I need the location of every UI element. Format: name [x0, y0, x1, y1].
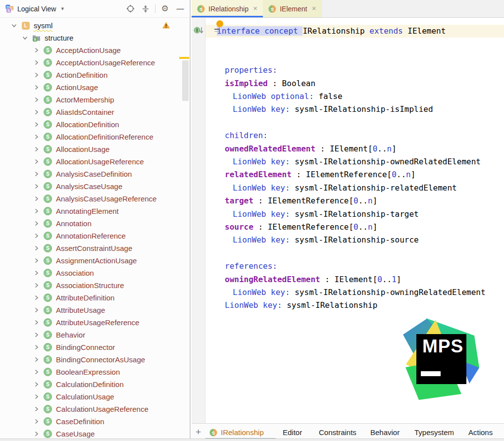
code-line[interactable]: target : IElementReference[0..n]	[225, 195, 377, 207]
chevron-right-icon[interactable]	[34, 134, 39, 140]
tree-row-structure[interactable]: Sstructure	[0, 32, 190, 44]
tree-row[interactable]: SBindingConnectorAsUsage	[0, 353, 190, 366]
code-line[interactable]: interface concept IRelationship extends …	[217, 25, 446, 38]
code-line[interactable]: LionWeb key: sysml-IRelationship-related…	[233, 182, 457, 195]
code-line[interactable]: LionWeb optional: false	[233, 90, 343, 103]
chevron-right-icon[interactable]	[34, 419, 39, 424]
tree-row[interactable]: SBooleanExpression	[0, 366, 190, 378]
chevron-right-icon[interactable]	[34, 394, 39, 399]
tree-row[interactable]: SAnnotationReference	[0, 230, 190, 242]
chevron-right-icon[interactable]	[34, 233, 39, 239]
tree-row[interactable]: SBehavior	[0, 329, 190, 341]
code-line[interactable]: LionWeb key: sysml-IRelationship-owningR…	[233, 286, 486, 299]
tree-row[interactable]: SAttributeUsage	[0, 304, 190, 316]
chevron-right-icon[interactable]	[34, 85, 39, 90]
chevron-right-icon[interactable]	[34, 221, 39, 226]
tree-row[interactable]: SCaseUsage	[0, 428, 190, 439]
tree-row[interactable]: SAliasIdsContainer	[0, 106, 190, 118]
chevron-right-icon[interactable]	[34, 196, 39, 201]
tree-row[interactable]: SCalculationDefinition	[0, 378, 190, 391]
chevron-right-icon[interactable]	[34, 332, 39, 338]
tree-row[interactable]: SAssociation	[0, 267, 190, 279]
code-line[interactable]: isImplied : Boolean	[225, 77, 315, 90]
plus-icon[interactable]: +	[196, 427, 201, 437]
tree-row[interactable]: SAllocationUsageReference	[0, 155, 190, 168]
tree-row[interactable]: SActionDefinition	[0, 69, 190, 81]
collapse-all-icon[interactable]	[141, 4, 150, 13]
chevron-right-icon[interactable]	[34, 245, 39, 251]
tree-row[interactable]: SBindingConnector	[0, 341, 190, 353]
chevron-right-icon[interactable]	[34, 109, 39, 115]
code-line[interactable]: LionWeb key: sysml-IRelationship-isImpli…	[233, 103, 433, 116]
chevron-right-icon[interactable]	[34, 171, 39, 177]
tree-row[interactable]: SAssertConstraintUsage	[0, 242, 190, 254]
tree-row[interactable]: SActionUsage	[0, 81, 190, 94]
fold-marker-icon[interactable]	[214, 29, 219, 32]
code-line[interactable]: ownedRelatedElement : IElement[0..n]	[225, 143, 397, 155]
tree-row[interactable]: SAnnotatingElement	[0, 205, 190, 217]
chevron-right-icon[interactable]	[34, 60, 39, 65]
gear-icon[interactable]: ⚙	[160, 4, 169, 13]
tree-row[interactable]: SAnalysisCaseUsageReference	[0, 193, 190, 205]
chevron-right-icon[interactable]	[34, 147, 39, 152]
bottom-tab-typesystem[interactable]: Typesystem	[414, 428, 454, 437]
code-line[interactable]: relatedElement : IElementReference[0..n]	[225, 168, 415, 181]
close-icon[interactable]: ✕	[311, 5, 316, 12]
tree-row[interactable]: SAssignmentActionUsage	[0, 254, 190, 267]
chevron-right-icon[interactable]	[34, 270, 39, 276]
chevron-right-icon[interactable]	[34, 369, 39, 375]
chevron-right-icon[interactable]	[34, 258, 39, 263]
tree-row[interactable]: SCalculationUsageReference	[0, 403, 190, 415]
tree-row[interactable]: SAllocationDefinition	[0, 118, 190, 131]
chevron-right-icon[interactable]	[34, 344, 39, 350]
chevron-right-icon[interactable]	[34, 97, 39, 102]
code-line[interactable]: LionWeb key: sysml-IRelationship-ownedRe…	[233, 155, 481, 168]
chevron-right-icon[interactable]	[34, 307, 39, 313]
chevron-right-icon[interactable]	[34, 184, 39, 189]
tree-row[interactable]: SAttributeUsageReference	[0, 316, 190, 329]
chevron-right-icon[interactable]	[34, 357, 39, 362]
chevron-down-icon[interactable]	[22, 35, 28, 41]
locate-icon[interactable]	[126, 4, 135, 13]
tree-row[interactable]: SAcceptActionUsageReference	[0, 56, 190, 69]
tree-row-sysml[interactable]: Lsysml	[0, 19, 190, 32]
code-line[interactable]: children:	[225, 129, 268, 142]
code-line[interactable]: source : IElementReference[0..n]	[225, 221, 377, 234]
code-line[interactable]: owningRelatedElement : IElement[0..1]	[225, 273, 401, 286]
bottom-tab-behavior[interactable]: Behavior	[370, 428, 400, 437]
tree-row[interactable]: SAllocationDefinitionReference	[0, 131, 190, 143]
code-line[interactable]: LionWeb key: sysml-IRelationship-target	[233, 208, 419, 221]
chevron-right-icon[interactable]	[34, 48, 39, 53]
tree-row[interactable]: SAssociationStructure	[0, 279, 190, 292]
tab-ielement[interactable]: S IElement ✕	[263, 0, 321, 17]
code-line[interactable]: LionWeb key: sysml-IRelationship	[225, 299, 377, 312]
tree-row[interactable]: SActorMembership	[0, 94, 190, 106]
chevron-right-icon[interactable]	[34, 72, 39, 78]
chevron-right-icon[interactable]	[34, 295, 39, 300]
tree-row[interactable]: SAttributeDefinition	[0, 292, 190, 304]
tree-row[interactable]: SAllocationUsage	[0, 143, 190, 155]
chevron-down-icon[interactable]	[11, 23, 17, 28]
chevron-down-icon[interactable]: ▾	[58, 4, 67, 13]
tab-irelationship[interactable]: S IRelationship ✕	[192, 0, 263, 17]
tree-row[interactable]: SAcceptActionUsage	[0, 44, 190, 56]
bottom-tab-editor[interactable]: Editor	[283, 428, 302, 437]
intention-bulb-icon[interactable]	[216, 20, 223, 27]
tree-row[interactable]: SAnalysisCaseUsage	[0, 180, 190, 193]
editor-surface[interactable]: interface concept IRelationship extends …	[192, 18, 504, 423]
tree-row[interactable]: SCalculationUsage	[0, 391, 190, 403]
chevron-right-icon[interactable]	[34, 122, 39, 127]
chevron-right-icon[interactable]	[34, 406, 39, 412]
tree-row[interactable]: SCaseDefinition	[0, 415, 190, 428]
close-icon[interactable]: ✕	[253, 5, 257, 12]
chevron-right-icon[interactable]	[34, 159, 39, 164]
chevron-right-icon[interactable]	[34, 431, 39, 437]
bottom-tab-actions[interactable]: Actions	[468, 428, 493, 437]
chevron-right-icon[interactable]	[34, 208, 39, 214]
code-line[interactable]: properties:	[225, 64, 277, 77]
tree-scrollbar-thumb[interactable]	[182, 60, 189, 101]
root-node-gutter-icon[interactable]	[194, 26, 204, 36]
tree-row[interactable]: SAnnotation	[0, 217, 190, 230]
hide-panel-icon[interactable]: —	[176, 4, 185, 13]
code-line[interactable]: LionWeb key: sysml-IRelationship-source	[233, 234, 419, 246]
